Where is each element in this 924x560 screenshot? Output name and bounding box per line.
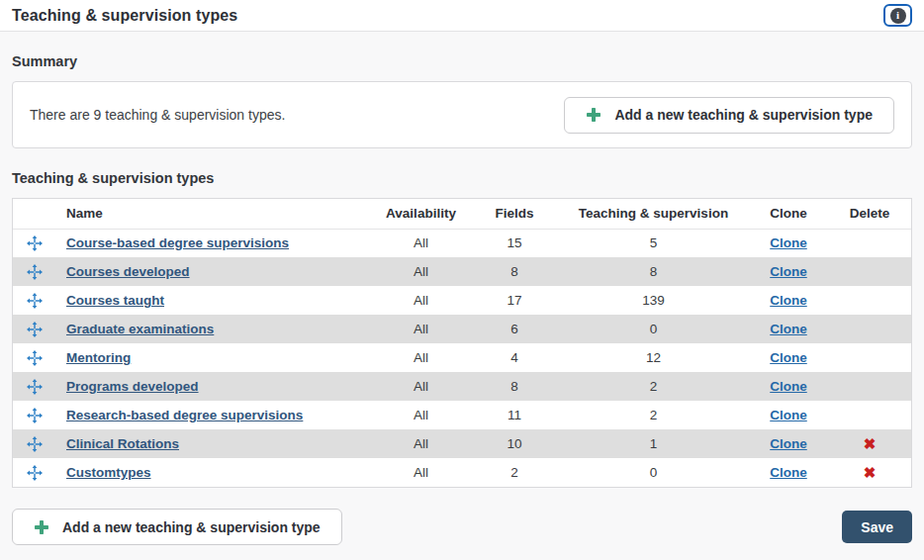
- plus-icon: [586, 107, 601, 123]
- move-icon[interactable]: [27, 293, 43, 309]
- availability-value: All: [371, 458, 471, 487]
- clone-link[interactable]: Clone: [770, 264, 807, 279]
- availability-value: All: [371, 343, 471, 372]
- move-icon[interactable]: [27, 436, 43, 452]
- add-type-button-bottom-label: Add a new teaching & supervision type: [62, 519, 321, 535]
- teaching-supervision-count: 0: [558, 315, 749, 343]
- move-icon[interactable]: [27, 235, 43, 251]
- table-row: Graduate examinations All 6 0 Clone: [13, 315, 911, 343]
- clone-link[interactable]: Clone: [770, 293, 807, 308]
- teaching-supervision-count: 1: [558, 429, 749, 458]
- fields-count: 8: [471, 372, 558, 401]
- clone-link[interactable]: Clone: [770, 322, 807, 336]
- fields-count: 4: [471, 343, 558, 372]
- move-icon[interactable]: [27, 465, 43, 481]
- types-table-container: Name Availability Fields Teaching & supe…: [12, 198, 912, 488]
- plus-icon: [34, 519, 49, 535]
- table-row: Customtypes All 2 0 Clone ✖: [13, 458, 911, 487]
- type-name-link[interactable]: Clinical Rotations: [66, 436, 179, 451]
- column-header-teaching-supervision: Teaching & supervision: [558, 199, 749, 229]
- clone-link[interactable]: Clone: [770, 350, 807, 365]
- add-type-button-top[interactable]: Add a new teaching & supervision type: [564, 97, 894, 134]
- availability-value: All: [371, 401, 471, 429]
- fields-count: 11: [471, 401, 558, 429]
- teaching-supervision-count: 2: [558, 372, 749, 401]
- teaching-supervision-count: 8: [558, 257, 749, 286]
- move-icon[interactable]: [27, 350, 43, 366]
- availability-value: All: [371, 429, 471, 458]
- clone-link[interactable]: Clone: [770, 465, 807, 480]
- move-icon[interactable]: [27, 322, 43, 337]
- teaching-supervision-count: 2: [558, 401, 749, 429]
- type-name-link[interactable]: Programs developed: [66, 379, 199, 394]
- table-row: Programs developed All 8 2 Clone: [13, 372, 911, 401]
- type-name-link[interactable]: Research-based degree supervisions: [66, 408, 303, 422]
- types-table-body: Course-based degree supervisions All 15 …: [13, 229, 911, 487]
- teaching-supervision-count: 12: [558, 343, 749, 372]
- table-row: Course-based degree supervisions All 15 …: [13, 229, 911, 257]
- types-table-header: Name Availability Fields Teaching & supe…: [13, 199, 911, 229]
- footer-actions: Add a new teaching & supervision type Sa…: [12, 509, 912, 545]
- types-table-heading: Teaching & supervision types: [12, 170, 912, 186]
- availability-value: All: [371, 372, 471, 401]
- fields-count: 17: [471, 286, 558, 315]
- fields-count: 8: [471, 257, 558, 286]
- clone-link[interactable]: Clone: [770, 408, 807, 422]
- summary-text: There are 9 teaching & supervision types…: [30, 107, 285, 123]
- availability-value: All: [371, 286, 471, 315]
- main-content: Summary There are 9 teaching & supervisi…: [0, 53, 924, 545]
- type-name-link[interactable]: Course-based degree supervisions: [66, 235, 289, 250]
- column-header-clone: Clone: [749, 199, 828, 229]
- clone-link[interactable]: Clone: [770, 436, 807, 451]
- table-row: Mentoring All 4 12 Clone: [13, 343, 911, 372]
- fields-count: 6: [471, 315, 558, 343]
- type-name-link[interactable]: Courses taught: [66, 293, 164, 308]
- info-button[interactable]: i: [883, 4, 912, 27]
- column-header-fields: Fields: [471, 199, 558, 229]
- availability-value: All: [371, 229, 471, 257]
- types-table: Name Availability Fields Teaching & supe…: [13, 199, 911, 487]
- fields-count: 10: [471, 429, 558, 458]
- column-header-delete: Delete: [828, 199, 911, 229]
- delete-button[interactable]: ✖: [864, 436, 877, 451]
- move-icon[interactable]: [27, 379, 43, 395]
- summary-card: There are 9 teaching & supervision types…: [12, 81, 912, 148]
- teaching-supervision-count: 0: [558, 458, 749, 487]
- move-icon[interactable]: [27, 408, 43, 423]
- teaching-supervision-count: 5: [558, 229, 749, 257]
- info-icon: i: [890, 8, 906, 24]
- save-button[interactable]: Save: [842, 511, 912, 543]
- type-name-link[interactable]: Graduate examinations: [66, 322, 214, 336]
- fields-count: 15: [471, 229, 558, 257]
- availability-value: All: [371, 257, 471, 286]
- type-name-link[interactable]: Mentoring: [66, 350, 131, 365]
- page-title: Teaching & supervision types: [12, 7, 237, 25]
- delete-button[interactable]: ✖: [864, 465, 877, 480]
- teaching-supervision-count: 139: [558, 286, 749, 315]
- type-name-link[interactable]: Courses developed: [66, 264, 190, 279]
- type-name-link[interactable]: Customtypes: [66, 465, 151, 480]
- column-header-name: Name: [56, 199, 371, 229]
- table-row: Research-based degree supervisions All 1…: [13, 401, 911, 429]
- summary-heading: Summary: [12, 53, 912, 69]
- table-row: Courses developed All 8 8 Clone: [13, 257, 911, 286]
- move-icon[interactable]: [27, 264, 43, 280]
- table-row: Courses taught All 17 139 Clone: [13, 286, 911, 315]
- add-type-button-bottom[interactable]: Add a new teaching & supervision type: [12, 509, 342, 545]
- clone-link[interactable]: Clone: [770, 379, 807, 394]
- column-header-availability: Availability: [371, 199, 471, 229]
- clone-link[interactable]: Clone: [770, 235, 807, 250]
- add-type-button-top-label: Add a new teaching & supervision type: [614, 107, 873, 123]
- page-header: Teaching & supervision types i: [0, 0, 924, 32]
- fields-count: 2: [471, 458, 558, 487]
- availability-value: All: [371, 315, 471, 343]
- header-spacer: [13, 199, 56, 229]
- table-row: Clinical Rotations All 10 1 Clone ✖: [13, 429, 911, 458]
